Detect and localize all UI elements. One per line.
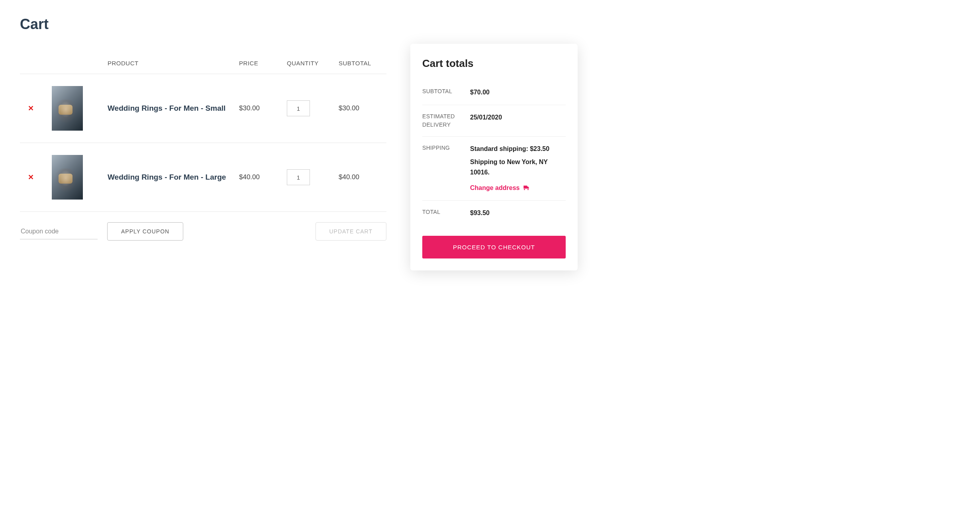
product-name-link[interactable]: Wedding Rings - For Men - Large: [108, 173, 226, 181]
col-product-header: PRODUCT: [108, 53, 239, 74]
col-thumb-header: [52, 53, 108, 74]
product-price: $30.00: [239, 74, 287, 143]
remove-item-button[interactable]: ✕: [20, 100, 42, 117]
change-address-link[interactable]: Change address: [470, 183, 530, 193]
col-quantity-header: QUANTITY: [287, 53, 339, 74]
table-row: ✕ Wedding Rings - For Men - Small $30.00…: [20, 74, 386, 143]
truck-icon: [523, 184, 530, 192]
delivery-row: ESTIMATED DELIVERY 25/01/2020: [422, 105, 566, 137]
subtotal-label: SUBTOTAL: [422, 87, 470, 98]
change-address-label: Change address: [470, 183, 519, 193]
product-thumbnail[interactable]: [52, 86, 83, 131]
shipping-value: Standard shipping: $23.50 Shipping to Ne…: [470, 144, 566, 193]
update-cart-button[interactable]: UPDATE CART: [316, 222, 387, 241]
subtotal-row: SUBTOTAL $70.00: [422, 80, 566, 105]
product-subtotal: $40.00: [339, 143, 386, 212]
cart-actions: APPLY COUPON UPDATE CART: [20, 212, 386, 241]
coupon-group: APPLY COUPON: [20, 222, 183, 241]
subtotal-value: $70.00: [470, 87, 566, 98]
coupon-input[interactable]: [20, 224, 98, 239]
cart-main: Cart PRODUCT PRICE QUANTITY SUBTOTAL ✕: [20, 16, 386, 241]
shipping-label: SHIPPING: [422, 144, 470, 193]
shipping-row: SHIPPING Standard shipping: $23.50 Shipp…: [422, 137, 566, 201]
total-row: TOTAL $93.50: [422, 201, 566, 225]
cart-totals-panel: Cart totals SUBTOTAL $70.00 ESTIMATED DE…: [410, 44, 578, 270]
delivery-value: 25/01/2020: [470, 112, 566, 129]
cart-page: Cart PRODUCT PRICE QUANTITY SUBTOTAL ✕: [20, 16, 960, 270]
col-price-header: PRICE: [239, 53, 287, 74]
quantity-input[interactable]: [287, 100, 310, 116]
shipping-to: Shipping to New York, NY 10016.: [470, 157, 566, 177]
close-icon: ✕: [28, 104, 34, 112]
cart-table: PRODUCT PRICE QUANTITY SUBTOTAL ✕: [20, 53, 386, 212]
total-value: $93.50: [470, 208, 566, 218]
apply-coupon-button[interactable]: APPLY COUPON: [107, 222, 183, 241]
table-row: ✕ Wedding Rings - For Men - Large $40.00…: [20, 143, 386, 212]
delivery-label: ESTIMATED DELIVERY: [422, 112, 470, 129]
product-thumbnail[interactable]: [52, 155, 83, 200]
col-remove-header: [20, 53, 52, 74]
col-subtotal-header: SUBTOTAL: [339, 53, 386, 74]
total-label: TOTAL: [422, 208, 470, 218]
product-name-link[interactable]: Wedding Rings - For Men - Small: [108, 104, 225, 112]
remove-item-button[interactable]: ✕: [20, 169, 42, 186]
close-icon: ✕: [28, 173, 34, 181]
proceed-to-checkout-button[interactable]: PROCEED TO CHECKOUT: [422, 236, 566, 258]
product-price: $40.00: [239, 143, 287, 212]
page-title: Cart: [20, 16, 386, 33]
shipping-method: Standard shipping: $23.50: [470, 144, 566, 154]
quantity-input[interactable]: [287, 169, 310, 185]
product-subtotal: $30.00: [339, 74, 386, 143]
cart-totals-title: Cart totals: [422, 57, 566, 70]
